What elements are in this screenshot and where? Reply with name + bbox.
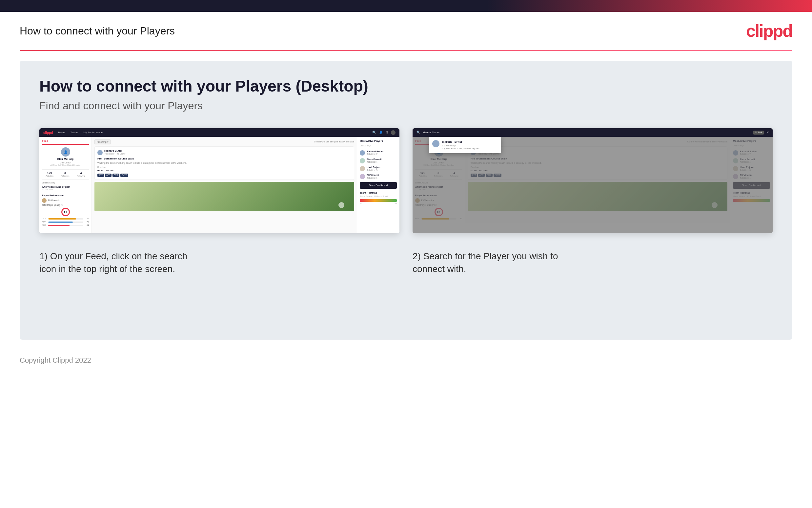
mini-content-1: Feed 👤 Blair McHarg Golf Coach Mill Ride… [39,137,399,233]
profile-role: Golf Coach [42,161,89,164]
player-select-row: Eli Vincent ▾ [42,198,89,203]
quality-score: 84 [61,208,70,216]
latest-activity-label: Latest Activity [42,181,89,184]
feed-tab[interactable]: Feed [42,139,89,145]
activity-card: Richard Butler Yesterday · The Grove Pre… [94,146,354,180]
activity-title: Pre Tournament Course Walk [97,157,351,161]
activity-tags: OTT APP ARG PUTT [97,174,351,177]
mini-left-sidebar: Feed 👤 Blair McHarg Golf Coach Mill Ride… [39,137,92,233]
bar-ott: OTT 79 [42,218,89,220]
result-handicap: 1-5 Handicap [442,144,479,147]
activity-header: Richard Butler Yesterday · The Grove [97,149,351,156]
mini-nav-icons: 🔍 👤 ⚙ [372,130,395,135]
mini-logo-1: clippd [43,131,53,135]
photo-circle [338,202,344,208]
following-row: Following ▾ Control who can see your act… [94,139,354,144]
screenshot-2: clippd Home Teams My Performance Feed 👤 … [413,128,773,233]
search-bar-icon: 🔍 [417,131,420,134]
active-player-4: Eli Vincent Activities: 1 [360,174,397,179]
control-link[interactable]: Control who can see your activity and da… [314,140,354,143]
logo: clippd [746,21,792,41]
profile-avatar: 👤 [61,147,70,157]
team-dashboard-button[interactable]: Team Dashboard [360,182,397,189]
search-bar: 🔍 Marcus Turner CLEAR × [413,128,773,137]
step-1-text: 1) On your Feed, click on the searchicon… [39,250,399,275]
profile-club: Mill Ride Golf Club, United Kingdom [42,164,89,167]
result-details: Marcus Turner 1-5 Handicap Cypress Point… [442,140,479,150]
top-bar [0,0,812,12]
stat-followers: 3 Followers [61,171,69,177]
stat-activities: 129 Activities [46,171,53,177]
player-performance-title: Player Performance [42,194,89,197]
active-player-3: Hiral Pujara Activities: 3 [360,166,397,172]
header-divider [20,50,792,51]
mini-nav-teams[interactable]: Teams [70,131,78,134]
mini-nav-performance[interactable]: My Performance [83,131,103,134]
mini-right-panel: Most Active Players Last 30 days Richard… [357,137,399,233]
footer: Copyright Clippd 2022 [0,349,812,371]
search-input[interactable]: Marcus Turner [423,131,751,134]
header: How to connect with your Players clippd [0,12,812,50]
bar-arg: ARG 61 [42,224,89,227]
stat-following: 4 Following [77,171,85,177]
activity-desc: Walking the course with my coach to buil… [97,162,351,164]
close-button[interactable]: × [766,130,769,135]
steps-row: 1) On your Feed, click on the searchicon… [39,250,773,275]
profile-stats: 129 Activities 3 Followers 4 Following [42,169,89,179]
clear-button[interactable]: CLEAR [753,131,764,134]
search-dropdown: Marcus Turner 1-5 Handicap Cypress Point… [429,137,501,153]
search-result-1[interactable]: Marcus Turner 1-5 Handicap Cypress Point… [432,140,498,150]
main-heading: How to connect with your Players (Deskto… [39,77,773,95]
main-subheading: Find and connect with your Players [39,100,773,112]
most-active-title: Most Active Players [360,139,397,143]
mini-app-1: clippd Home Teams My Performance 🔍 👤 ⚙ [39,128,399,233]
heatmap-subtitle: Player Quality - 20 Round Trend [360,195,397,198]
activity-duration: Duration 02 hr : 00 min [97,166,351,172]
screenshot-1: clippd Home Teams My Performance 🔍 👤 ⚙ [39,128,399,233]
activity-user-info: Richard Butler Yesterday · The Grove [104,149,126,156]
mini-app-2: clippd Home Teams My Performance Feed 👤 … [413,128,773,233]
following-button[interactable]: Following ▾ [94,139,111,144]
profile-section: 👤 Blair McHarg Golf Coach Mill Ride Golf… [42,147,89,166]
copyright-text: Copyright Clippd 2022 [20,356,91,364]
player-avatar [42,198,47,203]
heatmap-title: Team Heatmap [360,191,397,195]
active-player-1: Richard Butler Activities: 7 [360,150,397,156]
step-2-text: 2) Search for the Player you wish toconn… [413,250,773,275]
most-active-subtitle: Last 30 days [360,145,397,147]
settings-icon[interactable]: ⚙ [385,130,388,135]
avatar-icon[interactable] [391,130,395,135]
screenshots-row: clippd Home Teams My Performance 🔍 👤 ⚙ [39,128,773,233]
result-club: Cypress Point Club, United Kingdom [442,147,479,150]
profile-name: Blair McHarg [42,158,89,161]
page-title: How to connect with your Players [20,25,175,37]
bar-app: APP 70 [42,221,89,223]
total-quality-row: Total Player Quality ⓘ [42,204,89,206]
latest-activity-val: Afternoon round of golf [42,185,89,189]
result-avatar [432,140,439,147]
latest-activity-date: 27 Jul 2022 [42,188,89,191]
user-icon[interactable]: 👤 [379,130,383,135]
mini-middle-feed: Following ▾ Control who can see your act… [92,137,357,233]
active-player-2: Piers Parnell Activities: 4 [360,158,397,164]
player-select[interactable]: Eli Vincent ▾ [48,199,60,202]
activity-photo [94,182,354,211]
search-icon[interactable]: 🔍 [372,130,376,135]
result-name: Marcus Turner [442,140,479,144]
mini-nav-1: clippd Home Teams My Performance 🔍 👤 ⚙ [39,128,399,137]
mini-nav-home[interactable]: Home [58,131,65,134]
main-content: How to connect with your Players (Deskto… [20,61,792,340]
heatmap-bar [360,199,397,202]
activity-avatar [97,150,103,155]
